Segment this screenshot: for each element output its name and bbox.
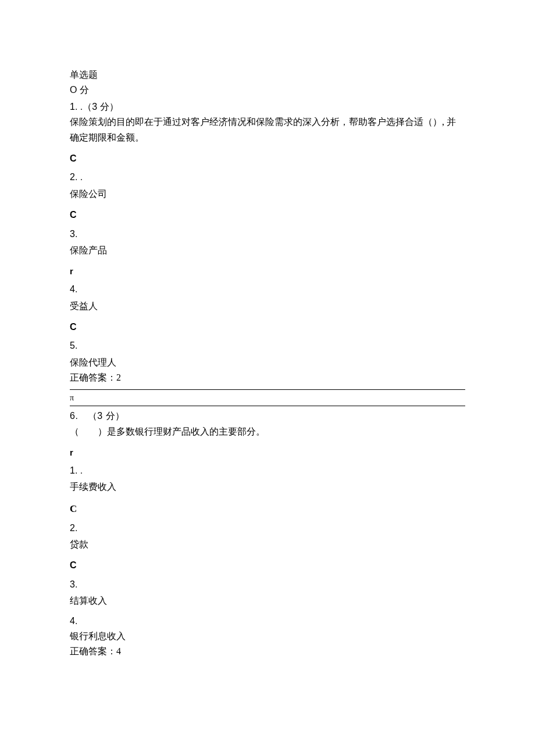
q1-stem-line2: 确定期限和金额。 [70, 131, 465, 144]
q2-option2-text: 贷款 [70, 538, 465, 551]
q2-option1-text: 手续费收入 [70, 481, 465, 493]
q2-option3-number: 3. [70, 578, 465, 591]
q1-option4-text: 保险代理人 [70, 356, 465, 369]
q1-option1-text: 保险公司 [70, 188, 465, 200]
divider-line-top [70, 389, 465, 390]
q1-number-text: 1. .（3 分） [70, 102, 119, 112]
q2-option1-num-text: 1. . [70, 465, 83, 475]
q1-option3-num-text: 4. [70, 284, 77, 294]
q1-option4-marker: C [70, 321, 465, 334]
score-line: O 分 [70, 84, 465, 96]
section-title: 单选题 [70, 69, 465, 81]
q2-stem: （ ）是多数银行理财产品收入的主要部分。 [70, 425, 465, 438]
q2-option2-marker: C [70, 502, 465, 516]
q2-correct-answer: 正确答案：4 [70, 645, 465, 658]
q2-option4-text: 银行利息收入 [70, 630, 465, 643]
document-page: 单选题 O 分 1. .（3 分） 保险策划的目的即在于通过对客户经济情况和保险… [0, 0, 535, 684]
q1-option2-number: 3. [70, 228, 465, 241]
q2-option3-num-text: 3. [70, 579, 77, 589]
q1-stem-line1: 保险策划的目的即在于通过对客户经济情况和保险需求的深入分析，帮助客户选择合适（）… [70, 116, 465, 128]
q2-number-text: 6. （3 分） [70, 411, 125, 421]
q2-option4-num-text: 4. [70, 616, 77, 626]
q1-option2-text: 保险产品 [70, 244, 465, 257]
q2-option2-number: 2. [70, 522, 465, 535]
q1-option1-number: 2. . [70, 171, 465, 184]
q2-option3-text: 结算收入 [70, 594, 465, 607]
q1-option4-num-text: 5. [70, 341, 77, 350]
q1-option1-marker: C [70, 152, 465, 165]
q1-option3-text: 受益人 [70, 300, 465, 313]
q2-option3-marker: C [70, 559, 465, 572]
q1-option2-marker: C [70, 209, 465, 221]
q2-number: 6. （3 分） [70, 410, 465, 422]
q1-option2-num-text: 3. [70, 229, 77, 239]
divider-glyph: π [70, 392, 465, 404]
divider-line-bottom [70, 406, 465, 406]
q1-correct-answer: 正确答案：2 [70, 371, 465, 384]
q1-number: 1. .（3 分） [70, 101, 465, 113]
q2-option1-marker: r [70, 446, 465, 458]
q1-option4-number: 5. [70, 339, 465, 352]
q2-option2-num-text: 2. [70, 523, 77, 533]
q1-option3-number: 4. [70, 283, 465, 296]
q2-option1-number: 1. . [70, 464, 465, 477]
q2-option4-number: 4. [70, 615, 465, 628]
score-text: O 分 [70, 85, 89, 95]
q1-option1-num-text: 2. . [70, 172, 83, 182]
q1-option3-marker: r [70, 265, 465, 277]
